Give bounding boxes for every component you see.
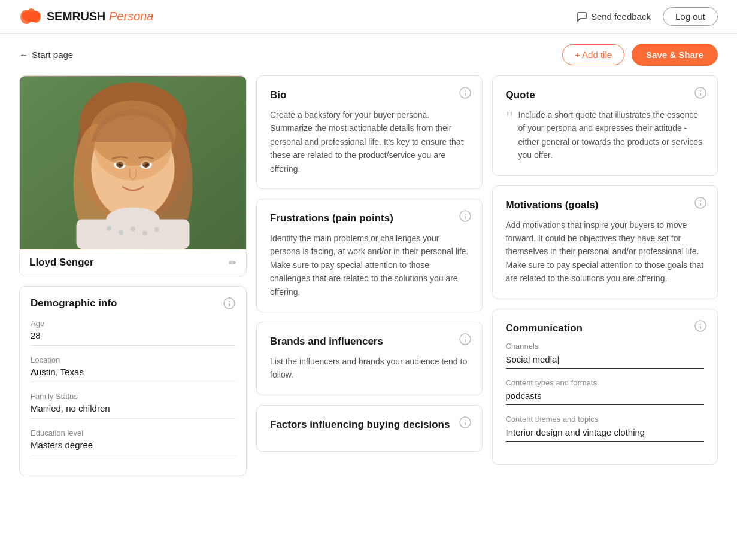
motivations-card: Motivations (goals) Add motivations that… bbox=[492, 185, 718, 299]
brands-hint-icon bbox=[459, 333, 471, 345]
svg-rect-30 bbox=[465, 93, 466, 96]
svg-point-41 bbox=[700, 90, 701, 92]
channels-value[interactable]: Social media bbox=[506, 354, 705, 369]
frustrations-text: Identify the main problems or challenges… bbox=[270, 232, 469, 299]
factors-hint bbox=[459, 416, 471, 431]
family-field: Family Status Married, no children bbox=[31, 392, 235, 419]
motivations-title: Motivations (goals) bbox=[506, 199, 705, 211]
motivations-hint bbox=[694, 197, 706, 211]
location-field: Location Austin, Texas bbox=[31, 355, 235, 382]
content-types-field: Content types and formats podcasts bbox=[506, 378, 705, 405]
communication-hint bbox=[694, 320, 706, 334]
arrow-left-icon: ← bbox=[19, 50, 28, 60]
quote-mark-icon: " bbox=[506, 108, 514, 127]
svg-rect-45 bbox=[700, 203, 701, 206]
family-value: Married, no children bbox=[31, 403, 235, 419]
content-types-value: podcasts bbox=[506, 391, 705, 405]
svg-point-22 bbox=[131, 226, 135, 231]
profile-portrait bbox=[20, 76, 246, 249]
svg-rect-48 bbox=[700, 326, 701, 329]
brands-hint bbox=[459, 333, 471, 348]
left-column: Lloyd Senger ✏ Demographic info Age 28 L… bbox=[19, 75, 247, 476]
right-column: Quote " Include a short quote that illus… bbox=[492, 75, 718, 465]
semrush-logo-icon bbox=[19, 8, 43, 25]
svg-point-26 bbox=[229, 301, 230, 302]
svg-point-44 bbox=[700, 200, 701, 202]
svg-point-21 bbox=[119, 230, 123, 235]
age-label: Age bbox=[31, 319, 235, 328]
svg-point-32 bbox=[465, 214, 466, 215]
age-value: 28 bbox=[31, 330, 235, 346]
frustrations-card: Frustrations (pain points) Identify the … bbox=[256, 199, 483, 312]
feedback-icon bbox=[577, 11, 587, 22]
education-field: Education level Masters degree bbox=[31, 428, 235, 455]
svg-rect-42 bbox=[700, 93, 701, 96]
channels-label: Channels bbox=[506, 342, 705, 351]
location-label: Location bbox=[31, 355, 235, 364]
bio-hint bbox=[459, 87, 471, 101]
svg-point-29 bbox=[465, 90, 466, 92]
svg-point-20 bbox=[107, 226, 111, 230]
channels-field: Channels Social media bbox=[506, 342, 705, 369]
demographic-card: Demographic info Age 28 Location Austin,… bbox=[19, 286, 247, 476]
svg-point-23 bbox=[142, 230, 147, 235]
header: SEMRUSH Persona Send feedback Log out bbox=[0, 0, 737, 34]
content-types-label: Content types and formats bbox=[506, 378, 705, 387]
factors-hint-icon bbox=[459, 416, 471, 428]
bio-card: Bio Create a backstory for your buyer pe… bbox=[256, 75, 483, 189]
header-actions: Send feedback Log out bbox=[577, 7, 718, 26]
profile-name: Lloyd Senger bbox=[29, 257, 94, 269]
quote-title: Quote bbox=[506, 89, 705, 101]
age-field: Age 28 bbox=[31, 319, 235, 346]
toolbar: ← Start page + Add tile Save & Share bbox=[0, 34, 737, 75]
svg-point-35 bbox=[465, 337, 466, 338]
edit-icon[interactable]: ✏ bbox=[229, 257, 236, 269]
send-feedback-button[interactable]: Send feedback bbox=[577, 11, 651, 22]
brands-title: Brands and influencers bbox=[270, 336, 469, 348]
motivations-hint-icon bbox=[694, 197, 706, 209]
location-value: Austin, Texas bbox=[31, 367, 235, 382]
demographic-title: Demographic info bbox=[31, 297, 117, 309]
communication-card: Communication Channels Social media Cont… bbox=[492, 309, 718, 465]
bio-title: Bio bbox=[270, 89, 469, 101]
add-tile-button[interactable]: + Add tile bbox=[562, 44, 624, 65]
logout-button[interactable]: Log out bbox=[663, 7, 718, 26]
frustrations-title: Frustrations (pain points) bbox=[270, 212, 469, 224]
communication-hint-icon bbox=[694, 320, 706, 332]
profile-image bbox=[20, 76, 246, 249]
communication-title: Communication bbox=[506, 322, 705, 334]
brands-text: List the influencers and brands your aud… bbox=[270, 355, 469, 382]
content-themes-label: Content themes and topics bbox=[506, 415, 705, 424]
quote-hint-icon bbox=[694, 87, 706, 99]
quote-text: Include a short quote that illustrates t… bbox=[518, 108, 704, 162]
logo: SEMRUSH Persona bbox=[19, 8, 153, 25]
main-content: Lloyd Senger ✏ Demographic info Age 28 L… bbox=[0, 75, 737, 495]
content-themes-field: Content themes and topics Interior desig… bbox=[506, 415, 705, 442]
bio-hint-icon bbox=[459, 87, 471, 99]
brands-card: Brands and influencers List the influenc… bbox=[256, 322, 483, 395]
quote-hint bbox=[694, 87, 706, 101]
svg-point-38 bbox=[465, 420, 466, 421]
mid-column: Bio Create a backstory for your buyer pe… bbox=[256, 75, 483, 452]
start-page-button[interactable]: ← Start page bbox=[19, 50, 73, 60]
toolbar-right: + Add tile Save & Share bbox=[562, 44, 718, 66]
persona-text: Persona bbox=[109, 10, 154, 23]
quote-card: Quote " Include a short quote that illus… bbox=[492, 75, 718, 176]
family-label: Family Status bbox=[31, 392, 235, 401]
svg-rect-33 bbox=[465, 216, 466, 219]
demographic-hint-icon bbox=[223, 297, 235, 309]
demographic-header: Demographic info bbox=[31, 297, 235, 309]
svg-rect-39 bbox=[465, 422, 466, 425]
semrush-text: SEMRUSH bbox=[47, 10, 105, 23]
profile-card: Lloyd Senger ✏ bbox=[19, 75, 247, 276]
svg-point-24 bbox=[154, 227, 159, 232]
svg-point-47 bbox=[700, 324, 701, 325]
education-value: Masters degree bbox=[31, 440, 235, 455]
factors-card: Factors influencing buying decisions bbox=[256, 405, 483, 452]
svg-rect-36 bbox=[465, 339, 466, 342]
content-themes-value: Interior design and vintage clothing bbox=[506, 427, 705, 442]
education-label: Education level bbox=[31, 428, 235, 437]
frustrations-hint-icon bbox=[459, 210, 471, 222]
svg-rect-27 bbox=[229, 303, 230, 306]
save-share-button[interactable]: Save & Share bbox=[632, 44, 718, 66]
